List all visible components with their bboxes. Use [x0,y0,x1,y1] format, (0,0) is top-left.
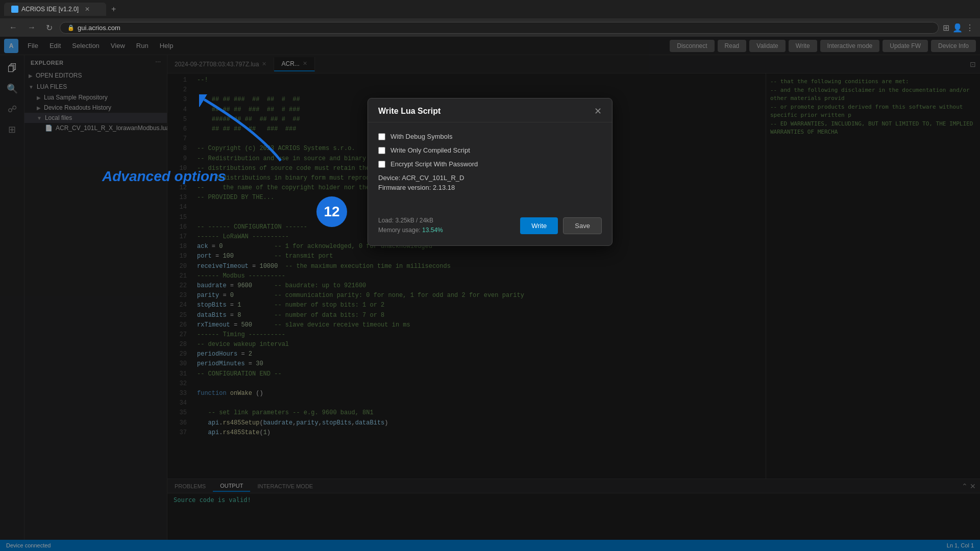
tab-favicon [11,6,18,13]
modal-title: Write Lua Script [378,107,440,116]
modal-actions: Write Save [520,217,602,234]
address-bar[interactable]: 🔒 gui.acrios.com [60,22,939,34]
modal-overlay: Write Lua Script ✕ With Debug Symbols Wr… [0,37,980,551]
write-lua-script-modal: Write Lua Script ✕ With Debug Symbols Wr… [368,98,612,246]
modal-write-button[interactable]: Write [520,217,558,234]
encrypt-script-row: Encrypt Script With Password [378,160,602,168]
new-tab-btn[interactable]: + [106,3,121,16]
forward-btn[interactable]: → [24,22,39,33]
tab-title: ACRIOS IDE [v1.2.0] [21,6,79,13]
write-only-compiled-label[interactable]: Write Only Compiled Script [390,146,470,154]
modal-header: Write Lua Script ✕ [368,98,612,122]
nav-right-controls: ⊞ 👤 ⋮ [943,23,974,33]
memory-label: Memory usage: [378,227,421,234]
browser-chrome: ACRIOS IDE [v1.2.0] ✕ + ← → ↻ 🔒 gui.acri… [0,0,980,37]
device-name-row: Device: ACR_CV_101L_R_D [378,174,602,182]
modal-body: With Debug Symbols Write Only Compiled S… [368,122,612,210]
debug-symbols-label[interactable]: With Debug Symbols [390,133,452,140]
encrypt-script-checkbox[interactable] [378,161,385,168]
load-value: 3.25kB / 24kB [395,217,433,224]
modal-footer: Load: 3.25kB / 24kB Memory usage: 13.54%… [368,210,612,245]
tab-close-btn[interactable]: ✕ [85,6,90,13]
modal-close-button[interactable]: ✕ [594,107,602,116]
modal-save-button[interactable]: Save [563,217,602,234]
write-only-compiled-checkbox[interactable] [378,147,385,154]
firmware-version-row: Firmware version: 2.13.18 [378,184,602,191]
reload-btn[interactable]: ↻ [43,22,56,34]
debug-symbols-checkbox[interactable] [378,133,385,140]
firmware-value: 2.13.18 [433,184,455,191]
device-label: Device: [378,174,400,182]
encrypt-script-label[interactable]: Encrypt Script With Password [390,160,478,168]
device-value: ACR_CV_101L_R_D [402,174,464,182]
browser-tab-active[interactable]: ACRIOS IDE [v1.2.0] ✕ [4,3,106,16]
memory-value: 13.54% [422,227,443,234]
load-label: Load: [378,217,394,224]
firmware-label: Firmware version: [378,184,431,191]
url-text: gui.acrios.com [78,24,120,32]
device-info-section: Device: ACR_CV_101L_R_D Firmware version… [378,174,602,191]
load-info: Load: 3.25kB / 24kB Memory usage: 13.54% [378,216,443,235]
menu-icon[interactable]: ⋮ [966,23,974,33]
write-only-compiled-row: Write Only Compiled Script [378,146,602,154]
browser-tabs: ACRIOS IDE [v1.2.0] ✕ + [0,0,980,18]
profile-icon[interactable]: 👤 [952,23,963,33]
load-row: Load: 3.25kB / 24kB [378,216,443,226]
back-btn[interactable]: ← [6,22,20,33]
debug-symbols-row: With Debug Symbols [378,133,602,140]
browser-nav: ← → ↻ 🔒 gui.acrios.com ⊞ 👤 ⋮ [0,18,980,37]
extensions-icon[interactable]: ⊞ [943,23,949,33]
memory-usage-row: Memory usage: 13.54% [378,226,443,235]
lock-icon: 🔒 [67,24,75,31]
